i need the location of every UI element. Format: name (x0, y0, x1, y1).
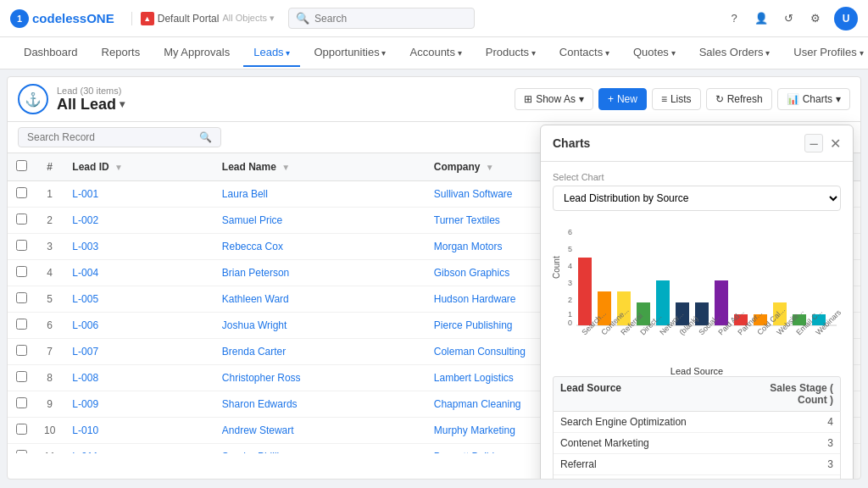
row-select-9[interactable] (16, 424, 27, 435)
avatar[interactable]: U (834, 7, 858, 30)
row-checkbox[interactable] (8, 313, 36, 339)
lead-title-dropdown-icon[interactable]: ▾ (120, 98, 125, 110)
chart-table-scroll[interactable]: Search Engine Optimization 4 Contenet Ma… (553, 412, 841, 480)
chart-type-select[interactable]: Lead Distribution by Source (553, 186, 841, 211)
row-lead-id[interactable]: L-006 (64, 313, 214, 339)
row-lead-name[interactable]: Laura Bell (214, 181, 426, 208)
new-button[interactable]: + New (598, 88, 647, 110)
header-lead-id[interactable]: Lead ID ▼ (64, 153, 214, 181)
nav-contacts[interactable]: Contacts (549, 39, 620, 67)
row-checkbox[interactable] (8, 339, 36, 365)
row-select-6[interactable] (16, 345, 27, 356)
charts-button[interactable]: 📊 Charts ▾ (777, 88, 850, 110)
row-lead-id[interactable]: L-011 (64, 444, 214, 454)
search-input-box[interactable]: 🔍 (18, 127, 221, 147)
row-lead-name[interactable]: Christopher Ross (214, 365, 426, 391)
chart-table-row: Search Engine Optimization 4 (554, 412, 840, 433)
row-checkbox[interactable] (8, 208, 36, 234)
row-lead-name[interactable]: Brian Peterson (214, 260, 426, 286)
nav-leads[interactable]: Leads (243, 39, 300, 67)
chart-table-header: Lead Source Sales Stage ( Count ) (553, 376, 841, 412)
row-checkbox[interactable] (8, 260, 36, 286)
nav-products[interactable]: Products (476, 39, 546, 67)
all-objects-label[interactable]: All Objects ▾ (222, 13, 275, 24)
row-lead-name[interactable]: Kathleen Ward (214, 286, 426, 313)
charts-arrow: ▾ (836, 93, 841, 105)
row-lead-id[interactable]: L-008 (64, 365, 214, 391)
nav-accounts[interactable]: Accounts (400, 39, 472, 67)
row-select-3[interactable] (16, 266, 27, 277)
bar-0 (578, 258, 592, 325)
refresh-label: Refresh (727, 93, 763, 105)
row-lead-id[interactable]: L-005 (64, 286, 214, 313)
chart-table-row: Contenet Marketing 3 (554, 433, 840, 454)
charts-close-button[interactable]: ✕ (830, 136, 841, 152)
nav-dashboard[interactable]: Dashboard (14, 39, 88, 67)
nav-user-profiles[interactable]: User Profiles (783, 39, 868, 67)
header-checkbox[interactable] (8, 153, 36, 181)
row-checkbox[interactable] (8, 418, 36, 444)
main-nav: Dashboard Reports My Approvals Leads Opp… (0, 37, 868, 69)
users-icon[interactable]: 👤 (753, 10, 770, 27)
refresh-button[interactable]: ↻ Refresh (706, 88, 772, 110)
portal-badge[interactable]: ▲ Default Portal All Objects ▾ (131, 12, 275, 25)
row-checkbox[interactable] (8, 181, 36, 208)
global-search-input[interactable] (314, 13, 467, 25)
row-lead-name[interactable]: Brenda Carter (214, 339, 426, 365)
row-lead-id[interactable]: L-007 (64, 339, 214, 365)
row-select-0[interactable] (16, 187, 27, 198)
help-icon[interactable]: ? (726, 10, 743, 27)
row-lead-id[interactable]: L-010 (64, 418, 214, 444)
row-checkbox[interactable] (8, 444, 36, 454)
nav-approvals[interactable]: My Approvals (153, 39, 240, 67)
search-icon: 🔍 (296, 12, 309, 25)
charts-panel-title: Charts (553, 136, 590, 150)
row-select-2[interactable] (16, 240, 27, 251)
app-logo[interactable]: 1 codelessONE (10, 9, 114, 28)
row-checkbox[interactable] (8, 365, 36, 391)
settings-icon[interactable]: ⚙ (807, 10, 824, 27)
row-lead-id[interactable]: L-004 (64, 260, 214, 286)
charts-minimize-button[interactable]: ─ (804, 134, 823, 152)
row-num: 3 (36, 234, 64, 260)
row-lead-name[interactable]: Sharon Edwards (214, 391, 426, 418)
row-checkbox[interactable] (8, 286, 36, 313)
logo-text: codelessONE (32, 11, 114, 25)
row-select-8[interactable] (16, 397, 27, 408)
row-select-1[interactable] (16, 214, 27, 225)
y-label-2: 2 (568, 296, 572, 304)
y-label-3: 3 (568, 279, 572, 287)
row-checkbox[interactable] (8, 234, 36, 260)
lists-button[interactable]: ≡ Lists (652, 88, 701, 110)
nav-sales-orders[interactable]: Sales Orders (689, 39, 781, 67)
nav-quotes[interactable]: Quotes (623, 39, 686, 67)
lead-title[interactable]: All Lead ▾ (57, 96, 125, 114)
select-all-checkbox[interactable] (16, 160, 27, 171)
row-lead-id[interactable]: L-002 (64, 208, 214, 234)
row-select-7[interactable] (16, 371, 27, 382)
row-select-4[interactable] (16, 292, 27, 303)
chart-count-0: 4 (743, 416, 833, 428)
row-lead-name[interactable]: Rebecca Cox (214, 234, 426, 260)
row-lead-id[interactable]: L-003 (64, 234, 214, 260)
show-as-button[interactable]: ⊞ Show As ▾ (515, 88, 593, 110)
x-axis-title: Lead Source (553, 366, 841, 376)
row-lead-id[interactable]: L-009 (64, 391, 214, 418)
row-select-10[interactable] (16, 450, 27, 453)
header-lead-name[interactable]: Lead Name ▼ (214, 153, 426, 181)
row-lead-id[interactable]: L-001 (64, 181, 214, 208)
row-lead-name[interactable]: Sandra Phillips (214, 444, 426, 454)
global-search[interactable]: 🔍 (288, 8, 475, 29)
search-record-input[interactable] (27, 131, 194, 143)
bar-chart-svg: 6 5 4 3 2 1 0 Count (553, 219, 841, 330)
row-num: 2 (36, 208, 64, 234)
row-checkbox[interactable] (8, 391, 36, 418)
row-select-5[interactable] (16, 319, 27, 330)
row-lead-name[interactable]: Samuel Price (214, 208, 426, 234)
row-lead-name[interactable]: Andrew Stewart (214, 418, 426, 444)
row-lead-name[interactable]: Joshua Wright (214, 313, 426, 339)
history-icon[interactable]: ↺ (780, 10, 797, 27)
nav-opportunities[interactable]: Opportunities (303, 39, 396, 67)
nav-reports[interactable]: Reports (92, 39, 151, 67)
charts-panel: Charts ─ ✕ Select Chart Lead Distributio… (540, 125, 854, 480)
